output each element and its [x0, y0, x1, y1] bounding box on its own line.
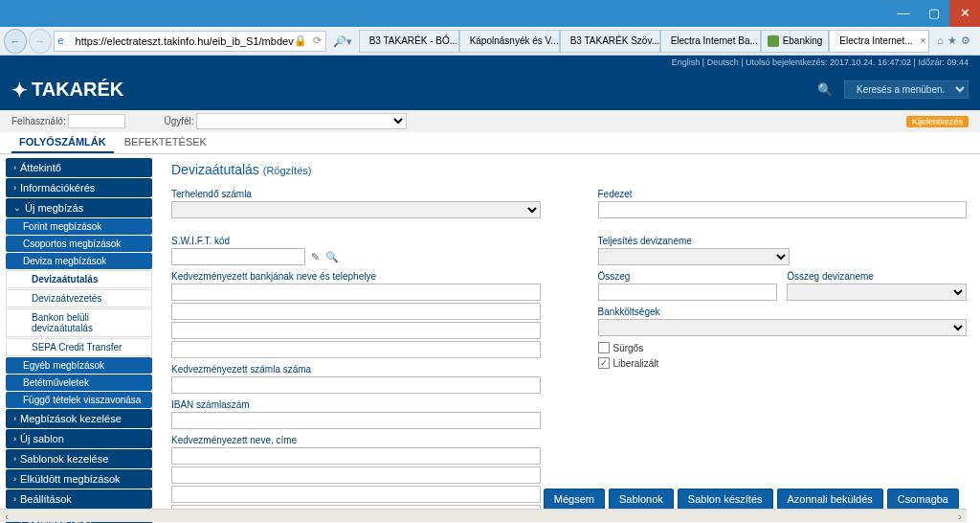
main-tabs: FOLYÓSZÁMLÁK BEFEKTETÉSEK [0, 132, 980, 154]
user-row: Felhasználó: Ügyfél: Kijelentkezés [0, 110, 980, 132]
label-iban: IBAN számlaszám [171, 399, 541, 410]
app-header: ✦ TAKARÉK 🔍 Keresés a menüben... [0, 69, 980, 110]
nav-sablonok-kezelese[interactable]: ›Sablonok kezelése [6, 449, 152, 468]
label-terhelendo: Terhelendő számla [171, 189, 541, 199]
nav-elkuldott[interactable]: ›Elküldött megbízások [6, 469, 152, 489]
favorites-icon[interactable]: ★ [947, 34, 957, 47]
client-label: Ügyfél: [164, 116, 193, 126]
subsubnav-sepa[interactable]: SEPA Credit Transfer [6, 338, 152, 356]
url-text: https://electrateszt.takinfo.hu/eib_ib_S… [76, 35, 294, 47]
input-fedezet[interactable] [598, 201, 968, 218]
logout-button[interactable]: Kijelentkezés [906, 116, 969, 127]
forward-button[interactable]: → [29, 29, 52, 54]
nav-megbizasok-kezelese[interactable]: ›Megbízások kezelése [6, 409, 152, 428]
page-title: Devizaátutalás (Rögzítés) [171, 162, 967, 177]
chevron-right-icon: › [13, 474, 16, 484]
address-bar[interactable]: e https://electrateszt.takinfo.hu/eib_ib… [54, 31, 326, 52]
chevron-right-icon: › [13, 434, 16, 443]
horizontal-scrollbar[interactable]: ‹ › [0, 509, 967, 522]
client-select[interactable] [196, 113, 407, 129]
close-button[interactable]: ✕ [949, 0, 980, 27]
input-bank-name-3[interactable] [171, 322, 541, 339]
subnav-deviza[interactable]: Deviza megbízások [6, 253, 152, 269]
subnav-betet[interactable]: Betétműveletek [6, 375, 152, 391]
input-bank-name-2[interactable] [171, 303, 541, 320]
input-swift[interactable] [171, 248, 305, 265]
subnav-csoportos[interactable]: Csoportos megbízások [6, 236, 152, 252]
label-fedezet: Fedezet [598, 189, 968, 199]
browser-tab[interactable]: Ebanking [761, 30, 830, 53]
checkbox-liberalizalt-row[interactable]: ✓ Liberalizált [598, 357, 968, 369]
meta-text[interactable]: English | Deutsch | Utolsó bejelentkezés… [672, 57, 969, 67]
input-acct-num[interactable] [171, 376, 541, 394]
browser-tab[interactable]: Kápolnásnyék és V... [459, 30, 560, 53]
form-left-col: Terhelendő számla S.W.I.F.T. kód ✎ 🔍 [171, 189, 541, 523]
browser-tab[interactable]: B3 TAKARÉK Szöv... [560, 30, 660, 53]
input-bene-3[interactable] [171, 486, 541, 503]
search-icon[interactable]: 🔍 [817, 82, 833, 97]
ie-icon: e [58, 34, 72, 48]
chevron-right-icon: › [13, 414, 16, 423]
input-bankkoltsegek[interactable] [598, 319, 968, 336]
tab-investments[interactable]: BEFEKTETÉSEK [117, 132, 214, 151]
nav-informaciokeres[interactable]: ›Információkérés [6, 178, 152, 197]
lock-icon: 🔒 [294, 34, 307, 47]
tab-close-icon[interactable]: × [921, 35, 926, 46]
input-iban[interactable] [171, 412, 541, 429]
checkbox-surgos-row[interactable]: Sürgős [598, 342, 968, 353]
form-right-col: Fedezet Teljesítés devizaneme Összeg [598, 189, 968, 523]
input-bene-2[interactable] [171, 466, 541, 484]
browser-tab[interactable]: B3 TAKARÉK - BÓ... [359, 30, 459, 53]
nav-attekinto[interactable]: ›Áttekintő [6, 158, 152, 177]
tools-icon[interactable]: ⚙ [961, 34, 970, 47]
minimize-button[interactable]: — [888, 0, 919, 27]
label-swift: S.W.I.F.T. kód [171, 236, 541, 246]
btn-megsem[interactable]: Mégsem [544, 489, 605, 510]
maximize-button[interactable]: ▢ [919, 0, 949, 27]
input-bene-1[interactable] [171, 447, 541, 465]
subnav-forint[interactable]: Forint megbízások [6, 218, 152, 235]
page-content: English | Deutsch | Utolsó bejelentkezés… [0, 56, 980, 523]
browser-tabs: B3 TAKARÉK - BÓ... Kápolnásnyék és V... … [359, 30, 930, 53]
user-field[interactable] [68, 114, 125, 128]
subnav-egyeb[interactable]: Egyéb megbízások [6, 357, 152, 374]
subsubnav-bankon-belul[interactable]: Bankon belüli devizaátutalás [6, 308, 152, 337]
btn-sablon-keszites[interactable]: Sablon készítés [678, 489, 773, 510]
browser-tab[interactable]: Electra Internet Ba... [660, 30, 761, 53]
label-osszeg-dev: Összeg devizaneme [787, 271, 967, 282]
edit-icon[interactable]: ✎ [311, 251, 320, 263]
home-icon[interactable]: ⌂ [937, 34, 944, 47]
search-dropdown[interactable]: 🔎▾ [332, 31, 353, 52]
label-osszeg: Összeg [598, 271, 778, 282]
input-bank-name-1[interactable] [171, 284, 541, 301]
btn-azonnali[interactable]: Azonnali beküldés [777, 489, 883, 510]
subsubnav-devizaatvezetes[interactable]: Devizaátvezetés [6, 289, 152, 307]
input-bank-name-4[interactable] [171, 341, 541, 358]
input-terhelendo[interactable] [171, 201, 541, 218]
subsubnav-devizaatutalas[interactable]: Devizaátutalás [6, 270, 152, 288]
nav-uj-sablon[interactable]: ›Új sablon [6, 429, 152, 448]
input-osszeg-dev[interactable] [787, 284, 967, 301]
scroll-right-icon[interactable]: › [953, 511, 967, 522]
scroll-left-icon[interactable]: ‹ [0, 511, 13, 522]
nav-uj-megbizas[interactable]: ⌄Új megbízás [6, 198, 152, 217]
back-button[interactable]: ← [4, 29, 27, 54]
sidebar: ›Áttekintő ›Információkérés ⌄Új megbízás… [0, 154, 158, 523]
btn-csomagba[interactable]: Csomagba [887, 489, 959, 510]
menu-search[interactable]: Keresés a menüben... [844, 80, 969, 99]
subnav-fuggo[interactable]: Függő tételek visszavonása [6, 392, 152, 408]
refresh-icon[interactable]: ⟳ [313, 34, 322, 47]
window-titlebar: — ▢ ✕ [0, 0, 980, 27]
input-osszeg[interactable] [598, 284, 778, 301]
browser-tab[interactable]: Electra Internet...× [829, 30, 929, 53]
input-teljesites[interactable] [598, 248, 790, 265]
label-bank-name: Kedvezményezett bankjának neve és teleph… [171, 271, 541, 282]
checkbox-icon: ✓ [598, 357, 610, 369]
favicon-icon [768, 35, 779, 47]
label-bene-name: Kedvezményezett neve, címe [171, 435, 541, 445]
browser-nav: ← → e https://electrateszt.takinfo.hu/ei… [0, 27, 980, 56]
search-icon[interactable]: 🔍 [325, 251, 339, 263]
nav-beallitasok[interactable]: ›Beállítások [6, 489, 152, 509]
tab-accounts[interactable]: FOLYÓSZÁMLÁK [11, 132, 114, 153]
btn-sablonok[interactable]: Sablonok [609, 489, 674, 510]
